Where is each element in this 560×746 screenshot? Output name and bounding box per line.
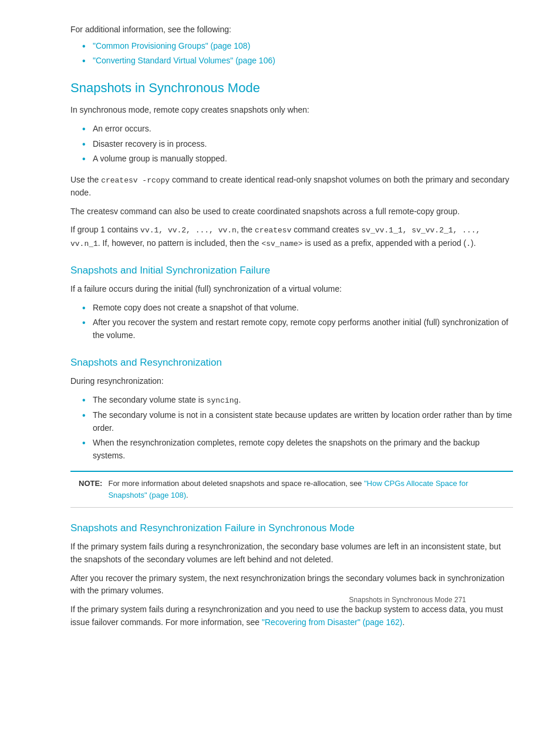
list-item: Remote copy does not create a snapshot o…	[82, 302, 513, 315]
provisioning-groups-link[interactable]: "Common Provisioning Groups" (page 108)	[93, 41, 250, 50]
section-heading-synchronous: Snapshots in Synchronous Mode	[70, 78, 513, 98]
page-footer: Snapshots in Synchronous Mode 271	[349, 595, 466, 606]
para3-mid2: command creates	[291, 225, 361, 234]
initial-sync-intro: If a failure occurs during the initial (…	[70, 283, 513, 296]
list-item: "Common Provisioning Groups" (page 108)	[82, 40, 513, 53]
period-code: .	[466, 239, 471, 248]
sync-mode-para3: If group 1 contains vv.1, vv.2, ..., vv.…	[70, 224, 513, 249]
list-item: An error occurs.	[82, 123, 513, 136]
note-content: For more information about deleted snaps…	[108, 478, 505, 501]
list-item: Disaster recovery is in process.	[82, 138, 513, 151]
para3-suffix3: ).	[471, 238, 476, 248]
sync-mode-intro: In synchronous mode, remote copy creates…	[70, 104, 513, 117]
intro-links-list: "Common Provisioning Groups" (page 108) …	[70, 40, 513, 67]
para3-prefix: If group 1 contains	[70, 225, 140, 234]
syncing-code: syncing	[207, 396, 239, 405]
resync-bullets: The secondary volume state is syncing. T…	[70, 394, 513, 463]
list-item: "Converting Standard Virtual Volumes" (p…	[82, 55, 513, 67]
footer-text: Snapshots in Synchronous Mode 271	[349, 596, 466, 604]
section-heading-initial-sync: Snapshots and Initial Synchronization Fa…	[70, 263, 513, 278]
bullet1-suffix: .	[238, 395, 241, 404]
bullet1-prefix: The secondary volume state is	[93, 395, 207, 404]
converting-volumes-link[interactable]: "Converting Standard Virtual Volumes" (p…	[93, 56, 275, 65]
section-heading-resync: Snapshots and Resynchronization	[70, 355, 513, 370]
sync-mode-bullets: An error occurs. Disaster recovery is in…	[70, 123, 513, 166]
sync-mode-para1: Use the createsv -rcopy command to creat…	[70, 174, 513, 200]
list-item: A volume group is manually stopped.	[82, 153, 513, 166]
para3-suffix2: is used as a prefix, appended with a per…	[303, 238, 467, 248]
para3-suffix: .	[403, 617, 405, 627]
resync-failure-para2: After you recover the primary system, th…	[70, 572, 513, 598]
resync-failure-para1: If the primary system fails during a res…	[70, 541, 513, 566]
list-item: The secondary volume state is syncing.	[82, 394, 513, 407]
para1-prefix: Use the	[70, 175, 101, 184]
resync-intro: During resynchronization:	[70, 375, 513, 388]
createsv-code: createsv	[255, 226, 291, 235]
note-suffix: .	[186, 491, 188, 499]
para3-suffix1: . If, however, no pattern is included, t…	[98, 238, 262, 248]
vv-list-code: vv.1, vv.2, ..., vv.n	[140, 226, 237, 235]
list-item: When the resynchronization completes, re…	[82, 437, 513, 462]
resync-failure-para3: If the primary system fails during a res…	[70, 603, 513, 629]
note-text-prefix: For more information about deleted snaps…	[108, 479, 364, 488]
note-box: NOTE: For more information about deleted…	[70, 471, 513, 508]
para3-mid: , the	[237, 225, 255, 234]
note-label: NOTE:	[79, 478, 102, 501]
section-heading-resync-failure: Snapshots and Resynchronization Failure …	[70, 521, 513, 536]
sv-name-code: <sv_name>	[261, 239, 302, 248]
intro-prefix: For additional information, see the foll…	[70, 23, 513, 36]
list-item: The secondary volume is not in a consist…	[82, 409, 513, 434]
list-item: After you recover the system and restart…	[82, 316, 513, 342]
sync-mode-para2: The createsv command can also be used to…	[70, 205, 513, 218]
initial-sync-bullets: Remote copy does not create a snapshot o…	[70, 302, 513, 342]
createsv-rcopy-code: createsv -rcopy	[101, 176, 170, 185]
recovering-disaster-link[interactable]: "Recovering from Disaster" (page 162)	[262, 617, 402, 627]
